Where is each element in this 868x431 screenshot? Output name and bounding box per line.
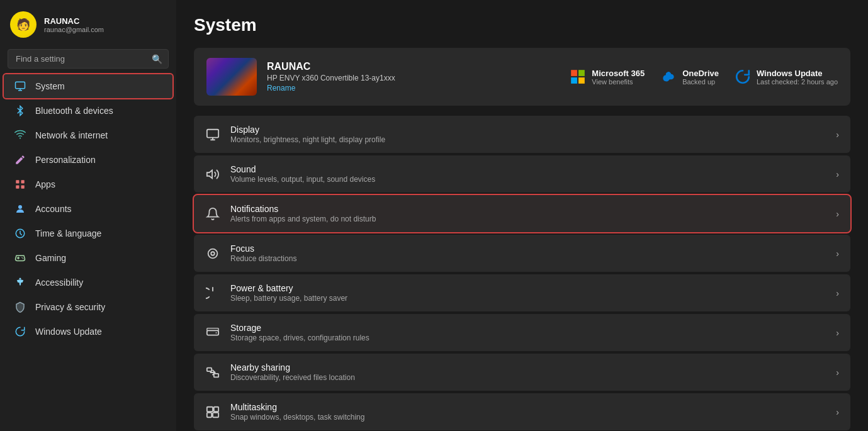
service-onedrive[interactable]: OneDrive Backed up (660, 68, 719, 86)
svg-point-1 (20, 137, 21, 138)
settings-name-display: Display (230, 125, 826, 135)
svg-rect-22 (214, 373, 218, 377)
user-info: RAUNAC raunac@gmail.com (44, 16, 104, 33)
service-icon-microsoft365 (569, 68, 587, 86)
sidebar-icon-accounts (14, 203, 26, 215)
sidebar-item-windows-update[interactable]: Windows Update (4, 320, 172, 344)
user-name: RAUNAC (44, 16, 104, 26)
settings-name-multitasking: Multitasking (230, 402, 826, 412)
svg-rect-3 (21, 180, 25, 183)
chevron-icon-sound: › (836, 169, 839, 179)
avatar: 🧑 (10, 11, 37, 38)
settings-icon-nearby (205, 365, 220, 380)
search-box: 🔍 (8, 49, 169, 69)
settings-item-display[interactable]: Display Monitors, brightness, night ligh… (194, 116, 850, 153)
settings-desc-nearby: Discoverability, received files location (230, 373, 826, 382)
settings-name-notifications: Notifications (230, 204, 826, 214)
svg-rect-15 (207, 129, 218, 137)
sidebar-label-personalization: Personalization (35, 155, 96, 165)
svg-point-20 (216, 332, 217, 333)
svg-rect-5 (21, 186, 25, 189)
sidebar-item-network[interactable]: Network & internet (4, 123, 172, 147)
sidebar-item-accessibility[interactable]: Accessibility (4, 271, 172, 294)
sidebar-item-accounts[interactable]: Accounts (4, 197, 172, 221)
sidebar-label-accessibility: Accessibility (35, 277, 83, 288)
chevron-icon-display: › (836, 130, 839, 140)
sidebar-label-system: System (35, 81, 65, 91)
sidebar-icon-network (14, 129, 26, 142)
settings-item-multitasking[interactable]: Multitasking Snap windows, desktops, tas… (194, 393, 850, 430)
svg-rect-2 (16, 180, 19, 183)
search-icon: 🔍 (152, 54, 162, 64)
search-input[interactable] (8, 49, 169, 69)
svg-rect-14 (578, 77, 585, 84)
service-name-onedrive: OneDrive (682, 69, 719, 78)
settings-list: Display Monitors, brightness, night ligh… (194, 116, 850, 430)
settings-desc-display: Monitors, brightness, night light, displ… (230, 135, 826, 144)
sidebar-icon-personalization (14, 154, 26, 166)
service-name-windows-update: Windows Update (757, 69, 838, 78)
sidebar-label-apps: Apps (35, 179, 55, 189)
device-services: Microsoft 365 View benefits OneDrive Bac… (569, 68, 838, 86)
svg-point-9 (23, 258, 24, 259)
chevron-icon-focus: › (836, 249, 839, 259)
svg-rect-0 (16, 82, 25, 89)
settings-name-power: Power & battery (230, 283, 826, 293)
chevron-icon-power: › (836, 288, 839, 298)
sidebar-label-network: Network & internet (35, 130, 108, 140)
sidebar-icon-system (14, 80, 26, 92)
settings-icon-multitasking (205, 405, 220, 420)
device-image (206, 58, 257, 96)
sidebar-item-system[interactable]: System (4, 74, 172, 98)
device-rename-link[interactable]: Rename (267, 84, 559, 92)
settings-item-power[interactable]: Power & battery Sleep, battery usage, ba… (194, 274, 850, 311)
settings-icon-power (205, 286, 220, 301)
settings-item-notifications[interactable]: Notifications Alerts from apps and syste… (194, 195, 850, 232)
sidebar-item-apps[interactable]: Apps (4, 172, 172, 196)
settings-item-nearby[interactable]: Nearby sharing Discoverability, received… (194, 354, 850, 391)
settings-name-storage: Storage (230, 323, 826, 333)
sidebar-item-bluetooth[interactable]: Bluetooth & devices (4, 99, 172, 123)
service-windows-update[interactable]: Windows Update Last checked: 2 hours ago (734, 68, 838, 86)
user-profile[interactable]: 🧑 RAUNAC raunac@gmail.com (0, 0, 176, 47)
chevron-icon-multitasking: › (836, 407, 839, 417)
chevron-icon-notifications: › (836, 209, 839, 219)
settings-desc-focus: Reduce distractions (230, 254, 826, 263)
settings-name-sound: Sound (230, 164, 826, 174)
chevron-icon-storage: › (836, 328, 839, 338)
settings-icon-storage (205, 325, 220, 340)
sidebar-icon-bluetooth (14, 104, 26, 117)
svg-point-8 (21, 257, 23, 259)
sidebar-icon-gaming (14, 252, 26, 264)
svg-rect-12 (578, 70, 585, 76)
service-icon-windows-update (734, 68, 752, 86)
sidebar-item-personalization[interactable]: Personalization (4, 148, 172, 172)
service-sub-onedrive: Backed up (682, 78, 719, 86)
sidebar-item-privacy[interactable]: Privacy & security (4, 295, 172, 319)
sidebar-icon-windows-update (14, 325, 26, 338)
device-model: HP ENVY x360 Convertible 13-ay1xxx (267, 74, 559, 82)
settings-icon-notifications (205, 206, 220, 221)
settings-item-sound[interactable]: Sound Volume levels, output, input, soun… (194, 155, 850, 193)
settings-desc-multitasking: Snap windows, desktops, task switching (230, 413, 826, 422)
sidebar-label-bluetooth: Bluetooth & devices (35, 106, 113, 116)
sidebar-item-time[interactable]: Time & language (4, 221, 172, 245)
user-email: raunac@gmail.com (44, 26, 104, 33)
sidebar-item-gaming[interactable]: Gaming (4, 246, 172, 270)
settings-item-focus[interactable]: Focus Reduce distractions › (194, 235, 850, 272)
service-microsoft365[interactable]: Microsoft 365 View benefits (569, 68, 645, 86)
svg-rect-21 (207, 367, 211, 371)
svg-rect-4 (16, 186, 19, 189)
settings-item-storage[interactable]: Storage Storage space, drives, configura… (194, 314, 850, 351)
svg-point-6 (18, 205, 22, 209)
device-name: RAUNAC (267, 61, 559, 72)
settings-icon-sound (205, 167, 220, 182)
svg-rect-19 (207, 328, 218, 330)
svg-rect-26 (213, 412, 218, 417)
settings-desc-sound: Volume levels, output, input, sound devi… (230, 175, 826, 184)
svg-rect-24 (214, 406, 218, 411)
service-sub-microsoft365: View benefits (592, 78, 645, 86)
settings-desc-notifications: Alerts from apps and system, do not dist… (230, 215, 826, 223)
svg-point-16 (211, 252, 215, 255)
sidebar-label-privacy: Privacy & security (35, 302, 105, 312)
